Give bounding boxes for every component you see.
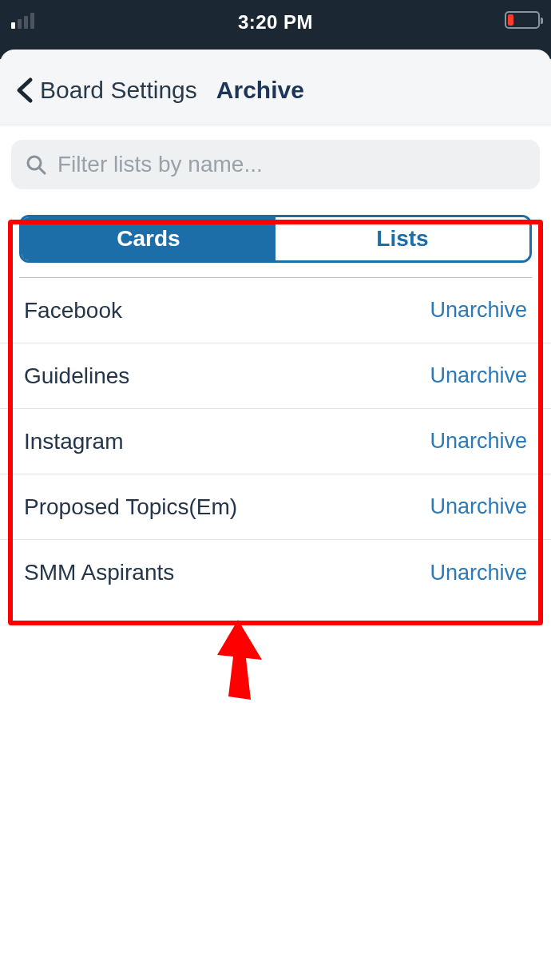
tab-cards[interactable]: Cards (22, 217, 276, 260)
archived-list: Facebook Unarchive Guidelines Unarchive … (0, 278, 551, 605)
device-frame: 3:20 PM Board Settings Archive (0, 0, 551, 980)
search-field[interactable] (11, 140, 540, 189)
segmented-control: Cards Lists (19, 215, 532, 263)
unarchive-button[interactable]: Unarchive (430, 298, 527, 323)
segmented-control-container: Cards Lists (0, 202, 551, 278)
list-item: Instagram Unarchive (0, 409, 551, 474)
cellular-signal-icon (11, 11, 34, 29)
back-chevron-icon[interactable] (14, 77, 35, 104)
unarchive-button[interactable]: Unarchive (430, 363, 527, 388)
list-item-label: Instagram (24, 429, 124, 454)
status-bar: 3:20 PM (0, 0, 551, 45)
tab-cards-label: Cards (117, 226, 180, 252)
tab-lists-label: Lists (376, 226, 428, 252)
list-item-label: Facebook (24, 298, 122, 323)
status-time: 3:20 PM (238, 11, 313, 34)
unarchive-button[interactable]: Unarchive (430, 429, 527, 454)
search-container (0, 125, 551, 202)
battery-icon (505, 11, 540, 29)
list-item: Facebook Unarchive (0, 278, 551, 343)
list-item: Proposed Topics(Em) Unarchive (0, 474, 551, 540)
unarchive-button[interactable]: Unarchive (430, 561, 527, 585)
page-title: Archive (216, 77, 304, 104)
list-item: Guidelines Unarchive (0, 343, 551, 409)
list-item-label: Proposed Topics(Em) (24, 494, 237, 520)
tab-lists[interactable]: Lists (276, 217, 529, 260)
search-input[interactable] (57, 152, 527, 177)
back-button-label[interactable]: Board Settings (40, 77, 197, 104)
search-icon (24, 153, 48, 177)
unarchive-button[interactable]: Unarchive (430, 494, 527, 519)
list-item-label: Guidelines (24, 363, 129, 389)
sheet: Board Settings Archive Cards (0, 45, 551, 980)
list-item-label: SMM Aspirants (24, 560, 174, 585)
list-item: SMM Aspirants Unarchive (0, 540, 551, 605)
svg-line-1 (39, 168, 45, 173)
sheet-rounded-top (0, 45, 551, 59)
